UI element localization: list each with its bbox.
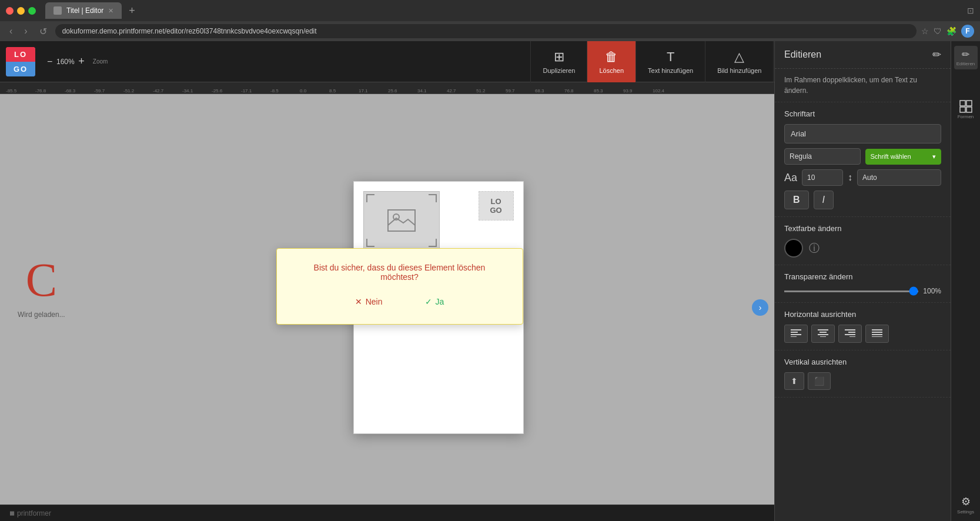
font-section-label: Schriftart (784, 109, 941, 118)
add-image-label: Bild hinzufügen (717, 67, 761, 74)
align-left-button[interactable] (784, 325, 808, 343)
transparency-label: Transparenz ändern (784, 272, 941, 281)
browser-titlebar: Titel | Editor ✕ + ⊡ (0, 0, 980, 21)
tab-label: Titel | Editor (66, 6, 103, 15)
tab-favicon (53, 6, 62, 15)
align-right-button[interactable] (838, 325, 862, 343)
format-row: B I (784, 191, 941, 209)
confirm-dialog: Bist du sicher, dass du dieses Element l… (276, 248, 523, 325)
tab-bar: Titel | Editor ✕ + (45, 2, 501, 19)
font-style-select[interactable]: Regula (784, 148, 861, 165)
add-text-button[interactable]: T Text hinzufügen (636, 41, 705, 82)
brand-text: printformer (17, 509, 51, 517)
align-center-button[interactable] (811, 325, 835, 343)
canvas-area[interactable]: C Wird geladen... (0, 94, 774, 521)
traffic-lights (6, 7, 36, 15)
ruler-tick: 8.5 (329, 88, 336, 93)
user-avatar[interactable]: F (961, 25, 974, 38)
line-height-select[interactable]: Auto (857, 169, 941, 186)
add-text-label: Text hinzufügen (648, 67, 693, 74)
valign-middle-button[interactable]: ⬛ (808, 372, 831, 390)
settings-icon: ⚙ (961, 495, 971, 508)
ruler-tick: 76.8 (564, 88, 574, 93)
align-center-icon (818, 329, 828, 337)
svg-rect-21 (966, 107, 972, 112)
duplicate-button[interactable]: ⊞ Duplizieren (530, 41, 587, 82)
svg-rect-0 (388, 210, 415, 231)
image-icon (387, 209, 416, 232)
panel-hint: Im Rahmen doppelklicken, um den Text zu … (775, 94, 951, 102)
yes-icon: ✓ (425, 297, 432, 306)
ruler-tick: -34.1 (182, 88, 193, 93)
logo: LO GO (6, 47, 35, 76)
corner-bl (366, 239, 374, 247)
canvas-next-arrow[interactable]: › (752, 299, 768, 316)
edit-panel: Editieren ✏ Im Rahmen doppelklicken, um … (775, 94, 951, 521)
minimize-button[interactable] (17, 7, 25, 15)
corner-tl (366, 194, 374, 202)
valign-top-button[interactable]: ⬆ (784, 372, 804, 390)
h-align-section: Horizontal ausrichten (775, 303, 951, 350)
yes-label: Ja (436, 297, 444, 306)
back-button[interactable]: ‹ (6, 25, 16, 38)
italic-button[interactable]: I (814, 191, 834, 209)
font-family-select[interactable]: Arial (784, 124, 941, 143)
active-tab[interactable]: Titel | Editor ✕ (45, 2, 122, 19)
extensions-icon[interactable]: 🧩 (946, 26, 956, 36)
ruler: -85.5 -76.8 -68.3 -59.7 -51.2 -42.7 -34.… (0, 82, 774, 94)
ruler-tick: 17.1 (359, 88, 368, 93)
no-label: Nein (366, 297, 383, 306)
svg-rect-18 (960, 101, 965, 106)
size-row: Aa 10 ↕ Auto (784, 169, 941, 186)
add-image-button[interactable]: △ Bild hinzufügen (705, 41, 773, 82)
window-controls[interactable]: ⊡ (967, 6, 974, 15)
ruler-tick: 51.2 (476, 88, 486, 93)
maximize-button[interactable] (28, 7, 36, 15)
formen-label: Formen (958, 114, 974, 119)
ruler-tick: 42.7 (447, 88, 456, 93)
refresh-button[interactable]: ↺ (36, 25, 51, 38)
font-size-select[interactable]: 10 (802, 169, 843, 186)
ruler-tick: -25.6 (212, 88, 222, 93)
zoom-in-button[interactable]: + (78, 55, 85, 68)
zoom-out-button[interactable]: − (47, 56, 52, 67)
confirm-no-button[interactable]: ✕ Nein (346, 293, 392, 310)
close-button[interactable] (6, 7, 14, 15)
corner-tr (429, 194, 437, 202)
bold-button[interactable]: B (784, 191, 809, 209)
address-bar[interactable]: dokuformer.demo.printformer.net/editor/r… (55, 24, 917, 38)
ruler-tick: 93.9 (623, 88, 633, 93)
confirm-message: Bist du sicher, dass du dieses Element l… (296, 263, 504, 282)
transparency-section: Transparenz ändern 100% (775, 265, 951, 303)
tab-settings[interactable]: ⚙ Settings (954, 493, 978, 516)
ruler-tick: -51.2 (123, 88, 134, 93)
loading-spinner: C (26, 259, 57, 301)
zoom-controls: − 160% + (41, 55, 93, 68)
font-section: Schriftart Arial Regula Schrift wählen ▾ (775, 102, 951, 217)
font-size-icon: Aa (784, 172, 797, 184)
forward-button[interactable]: › (21, 25, 31, 38)
delete-icon: 🗑 (605, 49, 618, 65)
tab-formen[interactable]: Formen (954, 98, 978, 121)
browser-navbar: ‹ › ↺ dokuformer.demo.printformer.net/ed… (0, 21, 980, 41)
font-style-active-label: Schrift wählen (871, 153, 911, 160)
color-info-icon[interactable]: ⓘ (809, 241, 820, 255)
color-swatch[interactable] (784, 239, 803, 258)
transparency-slider[interactable] (784, 290, 918, 292)
font-style-active[interactable]: Schrift wählen ▾ (865, 149, 942, 165)
bookmark-icon[interactable]: ☆ (921, 26, 929, 36)
new-tab-button[interactable]: + (124, 5, 140, 17)
svg-rect-20 (960, 107, 965, 112)
add-image-icon: △ (734, 49, 744, 65)
confirm-yes-button[interactable]: ✓ Ja (416, 293, 454, 310)
ruler-tick: -68.3 (65, 88, 75, 93)
brand-icon: ◼ (9, 509, 15, 517)
delete-button[interactable]: 🗑 Löschen (587, 41, 636, 82)
shield-icon[interactable]: 🛡 (934, 26, 942, 36)
align-justify-button[interactable] (865, 325, 889, 343)
ruler-tick: 34.1 (417, 88, 427, 93)
ruler-tick: 59.7 (506, 88, 515, 93)
v-align-row: ⬆ ⬛ (784, 372, 941, 390)
tab-close-button[interactable]: ✕ (108, 7, 113, 15)
duplicate-icon: ⊞ (554, 49, 564, 65)
